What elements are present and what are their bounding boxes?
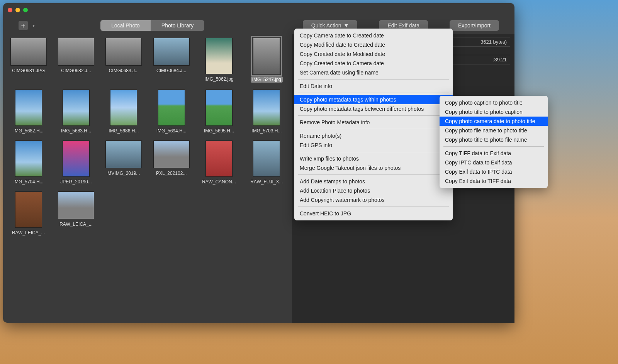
menu-item[interactable]: Write xmp files to photos: [294, 154, 453, 163]
menu-item[interactable]: Copy Modified date to Created date: [294, 40, 453, 49]
thumbnail-image[interactable]: [253, 90, 280, 126]
thumbnail-caption: MVIMG_2019...: [107, 171, 140, 176]
thumbnail-image[interactable]: [205, 141, 233, 177]
thumbnail-cell[interactable]: IMG_5683.H...: [56, 90, 96, 134]
thumbnail-image[interactable]: [63, 90, 90, 126]
thumbnail-caption: IMG_5704.H...: [14, 179, 44, 185]
thumbnail-image[interactable]: [105, 141, 142, 168]
thumbnail-caption: IMG_5062.jpg: [204, 76, 233, 82]
submenu-item[interactable]: Copy photo file name to photo title: [440, 126, 548, 135]
thumbnail-caption: IMG_5694.H...: [156, 128, 187, 134]
menu-item[interactable]: Merge Google Takeout json files to photo…: [294, 163, 453, 173]
thumbnail-caption: RAW_LEICA_...: [12, 230, 45, 235]
menu-item[interactable]: Copy Camera date to Created date: [294, 31, 453, 40]
thumbnail-caption: IMG_5686.H...: [109, 128, 139, 134]
thumbnail-image[interactable]: [10, 38, 47, 66]
menu-item[interactable]: Copy Created date to Modified date: [294, 49, 453, 59]
thumbnail-cell[interactable]: RAW_LEICA_...: [56, 191, 96, 235]
menu-item[interactable]: Add Date stamps to photos: [294, 177, 453, 186]
thumbnail-caption: RAW_FUJI_X...: [250, 179, 283, 185]
thumbnail-caption: CIMG0684.J...: [156, 68, 186, 73]
menu-item[interactable]: Copy photo metadata tags within photos▶: [294, 95, 453, 104]
quick-action-submenu: Copy photo caption to photo titleCopy ph…: [440, 96, 548, 188]
menu-separator: [298, 152, 449, 152]
thumbnail-image[interactable]: [205, 38, 233, 74]
thumbnail-cell[interactable]: IMG_5682.H...: [8, 90, 48, 134]
segment-photo-library[interactable]: Photo Library: [151, 20, 204, 31]
segment-local-photo[interactable]: Local Photo: [100, 20, 151, 31]
thumbnail-caption: IMG_5703.H...: [251, 128, 282, 134]
thumbnail-image[interactable]: [105, 38, 142, 66]
submenu-item[interactable]: Copy IPTC data to Exif data: [440, 158, 548, 167]
minimize-icon[interactable]: [15, 8, 20, 12]
thumbnail-cell[interactable]: IMG_5704.H...: [8, 141, 48, 185]
thumbnail-caption: PXL_202102...: [156, 171, 187, 176]
menu-item[interactable]: Copy photo metadata tags between differe…: [294, 104, 453, 113]
thumbnail-caption: RAW_CANON...: [202, 179, 236, 185]
menu-item[interactable]: Rename photo(s): [294, 131, 453, 141]
quick-action-label: Quick Action: [311, 22, 341, 29]
thumbnail-image[interactable]: [58, 38, 94, 66]
submenu-item[interactable]: Copy photo title to photo file name: [440, 135, 548, 144]
thumbnail-image[interactable]: [158, 90, 185, 126]
thumbnail-grid-area: CIMG0681.JPGCIMG0682.J...CIMG0683.J...CI…: [3, 34, 292, 323]
submenu-item[interactable]: Copy photo camera date to photo title: [440, 117, 548, 126]
thumbnail-cell[interactable]: CIMG0681.JPG: [8, 38, 48, 83]
menu-item[interactable]: Set Camera date using file name: [294, 68, 453, 77]
thumbnail-cell[interactable]: IMG_5703.H...: [247, 90, 287, 134]
quick-action-menu: Copy Camera date to Created dateCopy Mod…: [294, 29, 453, 220]
menu-item[interactable]: Add Copyright watermark to photos: [294, 195, 453, 205]
thumbnail-cell[interactable]: PXL_202102...: [151, 141, 191, 185]
menu-separator: [298, 207, 449, 207]
submenu-item[interactable]: Copy photo caption to photo title: [440, 98, 548, 107]
submenu-item[interactable]: Copy photo title to photo caption: [440, 107, 548, 117]
export-import-button[interactable]: Export/Import: [450, 20, 499, 31]
thumbnail-cell[interactable]: IMG_5694.H...: [151, 90, 191, 134]
menu-item[interactable]: Add Location Place to photos: [294, 186, 453, 195]
zoom-icon[interactable]: [23, 8, 28, 12]
chevron-down-icon[interactable]: ▼: [32, 24, 36, 28]
thumbnail-caption: IMG_5247.jpg: [251, 76, 283, 83]
thumbnail-image[interactable]: [153, 141, 190, 168]
window-controls: [8, 8, 28, 12]
thumbnail-cell[interactable]: RAW_FUJI_X...: [247, 141, 287, 185]
thumbnail-image[interactable]: [15, 141, 42, 177]
thumbnail-cell[interactable]: IMG_5686.H...: [104, 90, 144, 134]
submenu-item[interactable]: Copy Exif data to IPTC data: [440, 167, 548, 176]
thumbnail-image[interactable]: [63, 141, 90, 177]
menu-item[interactable]: Copy Created date to Camera date: [294, 59, 453, 68]
thumbnail-cell[interactable]: MVIMG_2019...: [104, 141, 144, 185]
submenu-item[interactable]: Copy TIFF data to Exif data: [440, 149, 548, 158]
thumbnail-cell[interactable]: IMG_5062.jpg: [199, 38, 239, 83]
thumbnail-image[interactable]: [153, 38, 190, 66]
thumbnail-image[interactable]: [15, 191, 42, 228]
menu-separator: [298, 79, 449, 80]
thumbnail-image[interactable]: [205, 90, 233, 126]
thumbnail-cell[interactable]: RAW_CANON...: [199, 141, 239, 185]
titlebar: [3, 3, 514, 17]
thumbnail-caption: RAW_LEICA_...: [59, 222, 93, 227]
thumbnail-caption: IMG_5695.H...: [204, 128, 234, 134]
thumbnail-cell[interactable]: IMG_5695.H...: [199, 90, 239, 134]
thumbnail-cell[interactable]: IMG_5247.jpg: [247, 38, 287, 83]
thumbnail-grid: CIMG0681.JPGCIMG0682.J...CIMG0683.J...CI…: [8, 38, 287, 235]
submenu-item[interactable]: Copy Exif data to TIFF data: [440, 176, 548, 186]
thumbnail-image[interactable]: [58, 191, 94, 219]
menu-item[interactable]: Remove Photo Metadata info: [294, 118, 453, 127]
menu-item[interactable]: Edit Date info: [294, 81, 453, 91]
close-icon[interactable]: [8, 8, 12, 12]
menu-separator: [443, 146, 544, 147]
menu-item[interactable]: Edit GPS info: [294, 141, 453, 150]
menu-separator: [298, 174, 449, 175]
thumbnail-cell[interactable]: CIMG0684.J...: [151, 38, 191, 83]
thumbnail-image[interactable]: [15, 90, 42, 126]
menu-item[interactable]: Convert HEIC to JPG: [294, 209, 453, 218]
thumbnail-cell[interactable]: RAW_LEICA_...: [8, 191, 48, 235]
thumbnail-cell[interactable]: CIMG0683.J...: [104, 38, 144, 83]
add-button[interactable]: ＋: [19, 21, 28, 30]
thumbnail-cell[interactable]: CIMG0682.J...: [56, 38, 96, 83]
thumbnail-image[interactable]: [110, 90, 137, 126]
thumbnail-image[interactable]: [253, 141, 280, 177]
thumbnail-cell[interactable]: JPEG_20190...: [56, 141, 96, 185]
thumbnail-image[interactable]: [253, 38, 280, 74]
